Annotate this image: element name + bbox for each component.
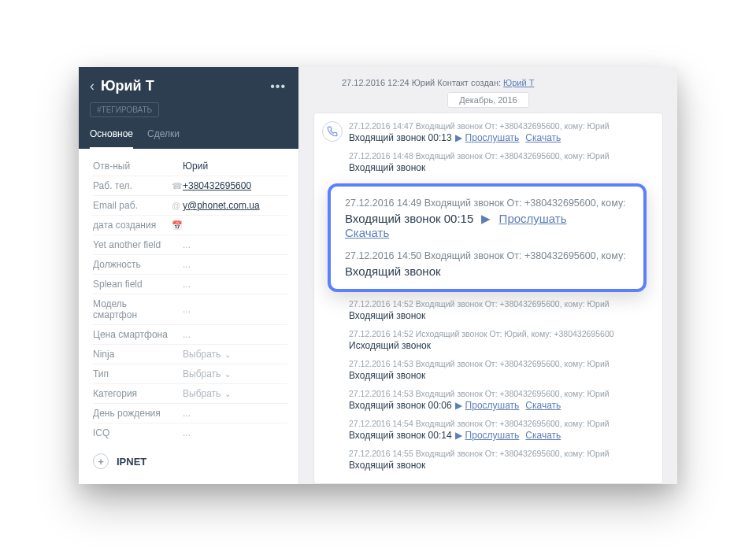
field-label: Модель смартфон (93, 298, 172, 320)
field-row: ICQ... (93, 423, 287, 442)
download-link[interactable]: Скачать (345, 226, 389, 239)
listen-link[interactable]: Прослушать (465, 132, 520, 143)
field-label: Тип (93, 368, 172, 379)
field-row: КатегорияВыбрать ⌄ (93, 384, 287, 404)
add-company-icon[interactable]: + (93, 453, 109, 469)
call-body: Входящий звонок (349, 310, 651, 321)
field-row: Должность... (93, 255, 287, 275)
call-entry: 27.12.2016 14:53 Входящий звонок От: +38… (349, 389, 651, 411)
field-label: Категория (93, 388, 172, 399)
highlight-body-2: Входящий звонок (345, 264, 629, 278)
field-row: Раб. тел.☎+38098681000 (93, 482, 287, 484)
field-label: дата создания (93, 220, 172, 231)
field-row: ТипВыбрать ⌄ (93, 364, 287, 384)
field-row: NinjaВыбрать ⌄ (93, 345, 287, 364)
call-entry: 27.12.2016 14:52 Исходящий звонок От: Юр… (349, 329, 651, 351)
field-row: Модель смартфон... (93, 294, 287, 325)
field-value: Юрий (183, 161, 287, 172)
field-label: ICQ (93, 427, 172, 438)
listen-link[interactable]: Прослушать (465, 400, 520, 411)
tab-deals[interactable]: Сделки (147, 128, 180, 149)
play-icon[interactable]: ▶ (481, 212, 491, 225)
call-meta: 27.12.2016 14:52 Входящий звонок От: +38… (349, 299, 651, 309)
call-meta: 27.12.2016 14:48 Входящий звонок От: +38… (349, 151, 651, 161)
call-body: Входящий звонок 00:14▶ПрослушатьСкачать (349, 430, 651, 441)
contact-fields: Отв-ныйЮрийРаб. тел.☎+380432695600Email … (79, 149, 298, 446)
field-value[interactable]: Выбрать ⌄ (183, 349, 287, 360)
field-row: дата создания📅 (93, 216, 287, 235)
field-label: Email раб. (93, 200, 172, 211)
play-icon[interactable]: ▶ (455, 430, 462, 441)
call-body: Входящий звонок (349, 370, 651, 381)
call-card: 27.12.2016 14:47 Входящий звонок От: +38… (313, 113, 663, 484)
company-header: + IPNET (79, 446, 298, 474)
created-link[interactable]: Юрий Т (503, 78, 534, 87)
month-label: Декабрь, 2016 (447, 92, 528, 108)
field-row: День рождения... (93, 404, 287, 423)
contact-created-line: 27.12.2016 12:24 Юрий Контакт создан: Юр… (313, 78, 663, 87)
call-entry: 27.12.2016 14:48 Входящий звонок От: +38… (349, 151, 651, 173)
field-value[interactable]: y@phonet.com.ua (183, 200, 287, 211)
field-row: Splean field... (93, 275, 287, 294)
call-body: Входящий звонок 00:13▶ПрослушатьСкачать (349, 132, 651, 143)
field-value: ... (183, 427, 287, 438)
listen-link[interactable]: Прослушать (465, 430, 520, 441)
field-label: День рождения (93, 408, 172, 419)
field-value: ... (183, 329, 287, 340)
at-icon: @ (172, 201, 183, 210)
highlight-meta-1: 27.12.2016 14:49 Входящий звонок От: +38… (345, 198, 629, 209)
download-link[interactable]: Скачать (525, 400, 561, 411)
month-separator: Декабрь, 2016 (313, 95, 663, 105)
field-label: Yet another field (93, 239, 172, 250)
chevron-down-icon: ⌄ (222, 350, 231, 359)
field-row: Отв-ныйЮрий (93, 157, 287, 176)
field-value: ... (183, 304, 287, 315)
created-ts: 27.12.2016 12:24 (342, 78, 410, 87)
field-value[interactable]: +380432695600 (183, 180, 287, 191)
sidebar-header: ‹ Юрий Т ••• #ТЕГИРОВАТЬ Основное Сделки (79, 67, 298, 149)
field-row: Цена смартфона... (93, 325, 287, 345)
call-meta: 27.12.2016 14:53 Входящий звонок От: +38… (349, 359, 651, 368)
field-value: ... (183, 279, 287, 290)
field-label: Должность (93, 259, 172, 270)
chevron-down-icon: ⌄ (222, 390, 231, 398)
tag-button[interactable]: #ТЕГИРОВАТЬ (90, 102, 159, 117)
play-icon[interactable]: ▶ (455, 132, 462, 143)
call-meta: 27.12.2016 14:47 Входящий звонок От: +38… (349, 121, 651, 131)
created-who: Юрий (412, 78, 435, 87)
more-menu-icon[interactable]: ••• (270, 80, 286, 94)
call-entry: 27.12.2016 14:52 Входящий звонок От: +38… (349, 299, 651, 321)
company-name: IPNET (117, 456, 146, 468)
call-meta: 27.12.2016 14:52 Исходящий звонок От: Юр… (349, 329, 651, 338)
listen-link[interactable]: Прослушать (499, 212, 567, 225)
call-body: Входящий звонок (349, 460, 651, 471)
back-chevron-icon[interactable]: ‹ (90, 78, 94, 94)
cal-icon: 📅 (172, 220, 183, 231)
field-value[interactable]: Выбрать ⌄ (183, 388, 287, 399)
company-fields: Раб. тел.☎+38098681000Email раб.@info@ip… (79, 474, 298, 484)
phone-icon: ☎ (172, 181, 183, 191)
call-meta: 27.12.2016 14:54 Входящий звонок От: +38… (349, 419, 651, 428)
field-label: Ninja (93, 349, 172, 360)
contact-sidebar: ‹ Юрий Т ••• #ТЕГИРОВАТЬ Основное Сделки… (79, 67, 299, 484)
field-row: Раб. тел.☎+380432695600 (93, 176, 287, 196)
field-label: Цена смартфона (93, 329, 172, 340)
call-entry: 27.12.2016 14:53 Входящий звонок От: +38… (349, 359, 651, 381)
call-entry: 27.12.2016 14:54 Входящий звонок От: +38… (349, 419, 651, 441)
field-value[interactable]: Выбрать ⌄ (183, 368, 287, 379)
play-icon[interactable]: ▶ (455, 400, 462, 411)
phone-icon (322, 121, 343, 142)
download-link[interactable]: Скачать (525, 132, 561, 143)
field-label: Отв-ный (93, 161, 172, 172)
call-meta: 27.12.2016 14:53 Входящий звонок От: +38… (349, 389, 651, 398)
tab-main[interactable]: Основное (90, 128, 133, 149)
chevron-down-icon: ⌄ (222, 370, 231, 379)
highlight-meta-2: 27.12.2016 14:50 Входящий звонок От: +38… (345, 250, 629, 261)
call-entry: 27.12.2016 14:47 Входящий звонок От: +38… (349, 121, 651, 143)
call-body: Исходящий звонок (349, 340, 651, 351)
contact-title: Юрий Т (101, 78, 270, 94)
highlighted-calls-card: 27.12.2016 14:49 Входящий звонок От: +38… (328, 183, 647, 292)
field-value: ... (183, 408, 287, 419)
download-link[interactable]: Скачать (525, 430, 561, 441)
highlight-body-1: Входящий звонок 00:15 ▶ Прослушать Скача… (345, 212, 629, 239)
